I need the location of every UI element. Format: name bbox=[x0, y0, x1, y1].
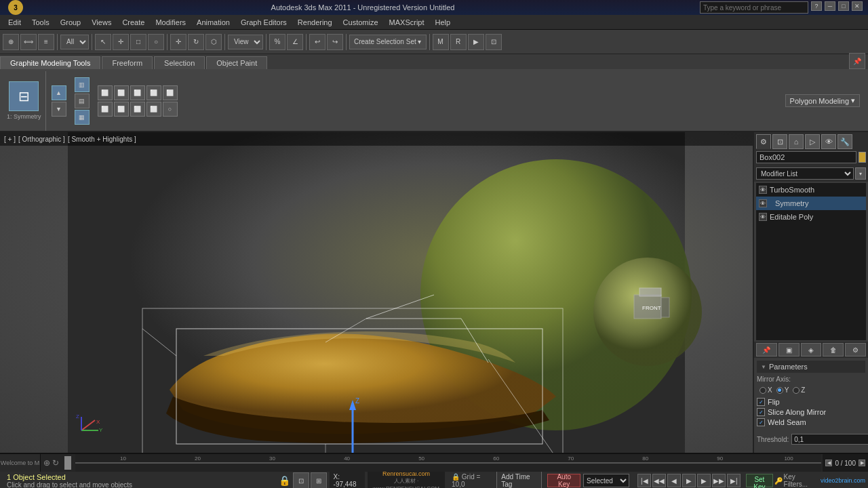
show-end-result-button[interactable]: ▣ bbox=[778, 343, 800, 357]
render-setup[interactable]: R bbox=[450, 34, 467, 50]
make-unique-button[interactable]: ◈ bbox=[801, 343, 822, 357]
symmetry-eye[interactable]: 👁 bbox=[759, 199, 767, 207]
render-frame[interactable]: ▶ bbox=[468, 34, 484, 50]
anim-play[interactable]: ▶ bbox=[682, 474, 696, 487]
modifier-list-select[interactable]: Modifier List bbox=[756, 167, 854, 180]
panel-tab-display[interactable]: 👁 bbox=[821, 134, 836, 149]
maximize-button[interactable]: □ bbox=[838, 1, 849, 11]
percent-snap[interactable]: % bbox=[269, 34, 285, 50]
render-last[interactable]: ⊡ bbox=[486, 34, 502, 50]
ribbon-tool-10[interactable]: ○ bbox=[163, 102, 178, 117]
axis-y-option[interactable]: Y bbox=[776, 386, 789, 394]
panel-tab-utilities[interactable]: 🔧 bbox=[837, 134, 852, 149]
modifier-symmetry[interactable]: 👁 Symmetry bbox=[756, 197, 866, 210]
menu-rendering[interactable]: Rendering bbox=[292, 17, 338, 28]
frame-next[interactable]: ▶ bbox=[859, 460, 865, 466]
ribbon-tab-object-paint[interactable]: Object Paint bbox=[206, 56, 267, 69]
anim-next-key[interactable]: ▶▶ bbox=[712, 474, 726, 487]
ribbon-tool-4[interactable]: ⬜ bbox=[146, 85, 161, 100]
turbosmooth-eye[interactable]: 👁 bbox=[759, 186, 767, 194]
viewport[interactable]: [ + ] [ Orthographic ] [ Smooth + Highli… bbox=[0, 132, 753, 453]
modifier-dropdown-arrow[interactable]: ▾ bbox=[855, 167, 866, 180]
ribbon-pin[interactable]: 📌 bbox=[849, 53, 865, 69]
set-key-button[interactable]: Set Key bbox=[746, 474, 772, 487]
filter-dropdown[interactable]: All bbox=[60, 35, 89, 49]
ribbon-tool-2[interactable]: ⬜ bbox=[114, 85, 129, 100]
status-icon-move[interactable]: ⊕ bbox=[43, 458, 50, 468]
material-editor[interactable]: M bbox=[433, 34, 449, 50]
menu-create[interactable]: Create bbox=[117, 17, 150, 28]
undo[interactable]: ↩ bbox=[309, 34, 326, 50]
axis-x-radio[interactable] bbox=[760, 387, 766, 394]
welcome-button[interactable]: Welcome to M bbox=[0, 454, 41, 472]
selected-dropdown[interactable]: Selected bbox=[583, 474, 629, 487]
panel-tab-modify[interactable]: ⊡ bbox=[772, 134, 787, 149]
anim-prev-key[interactable]: ◀◀ bbox=[652, 474, 666, 487]
pin-stack-button[interactable]: 📌 bbox=[756, 343, 777, 357]
ribbon-arrow-up[interactable]: ▲ bbox=[52, 85, 66, 100]
flip-checkbox[interactable] bbox=[757, 398, 765, 406]
object-name-input[interactable] bbox=[756, 151, 856, 163]
menu-group[interactable]: Group bbox=[55, 17, 87, 28]
lock-icon[interactable]: 🔒 bbox=[279, 475, 290, 486]
auto-key-button[interactable]: Auto Key bbox=[547, 474, 580, 487]
ribbon-tool-9[interactable]: ⬜ bbox=[146, 102, 161, 117]
menu-views[interactable]: Views bbox=[86, 17, 117, 28]
rotate-tool[interactable]: ↻ bbox=[188, 34, 204, 50]
menu-modifiers[interactable]: Modifiers bbox=[150, 17, 191, 28]
key-filters-button[interactable]: Key Filters... bbox=[784, 473, 815, 488]
editablepoly-eye[interactable]: 👁 bbox=[759, 213, 767, 221]
move-tool[interactable]: ✛ bbox=[170, 34, 186, 50]
panel-tab-motion[interactable]: ▷ bbox=[805, 134, 820, 149]
status-icon-rotate[interactable]: ↻ bbox=[52, 458, 59, 468]
ribbon-tab-graphite[interactable]: Graphite Modeling Tools bbox=[0, 56, 100, 69]
weld-seam-checkbox[interactable] bbox=[757, 418, 765, 426]
status-icon-1[interactable]: ⊡ bbox=[293, 472, 309, 488]
search-input[interactable] bbox=[700, 1, 808, 14]
select-lasso[interactable]: ○ bbox=[148, 34, 164, 50]
lock-icon-2[interactable]: 🔒 bbox=[452, 473, 460, 481]
ribbon-tool-6[interactable]: ⬜ bbox=[98, 102, 113, 117]
modifier-turbosmooth[interactable]: 👁 TurboSmooth bbox=[756, 183, 866, 197]
remove-modifier-button[interactable]: 🗑 bbox=[823, 343, 844, 357]
timeline[interactable]: 10 20 30 40 50 60 70 80 90 100 bbox=[75, 454, 821, 472]
axis-x-option[interactable]: X bbox=[760, 386, 772, 394]
angle-snap[interactable]: ∠ bbox=[287, 34, 303, 50]
slice-along-mirror-checkbox[interactable] bbox=[757, 408, 765, 416]
ribbon-tool-1[interactable]: ⬜ bbox=[98, 85, 113, 100]
frame-slider[interactable] bbox=[64, 456, 71, 470]
ribbon-tool-3[interactable]: ⬜ bbox=[130, 85, 145, 100]
create-selection-set[interactable]: Create Selection Set ▾ bbox=[349, 35, 427, 49]
minimize-button[interactable]: ─ bbox=[825, 1, 835, 11]
select-move[interactable]: ✛ bbox=[113, 34, 129, 50]
anim-goto-start[interactable]: |◀ bbox=[637, 474, 651, 487]
anim-prev-frame[interactable]: ◀ bbox=[667, 474, 681, 487]
ribbon-tab-freeform[interactable]: Freeform bbox=[102, 56, 153, 69]
menu-graph-editors[interactable]: Graph Editors bbox=[235, 17, 292, 28]
redo[interactable]: ↪ bbox=[327, 34, 343, 50]
anim-goto-end[interactable]: ▶| bbox=[727, 474, 741, 487]
menu-tools[interactable]: Tools bbox=[26, 17, 55, 28]
ribbon-tab-selection[interactable]: Selection bbox=[154, 56, 205, 69]
axis-y-radio[interactable] bbox=[776, 387, 783, 394]
status-icon-2[interactable]: ⊞ bbox=[311, 472, 327, 488]
mirror-tool[interactable]: ⟺ bbox=[20, 34, 37, 50]
frame-prev[interactable]: ◀ bbox=[825, 460, 832, 466]
ribbon-tool-8[interactable]: ⬜ bbox=[130, 102, 145, 117]
ribbon-tool-7[interactable]: ⬜ bbox=[114, 102, 129, 117]
help-button[interactable]: ? bbox=[811, 1, 822, 11]
menu-maxscript[interactable]: MAXScript bbox=[384, 17, 430, 28]
menu-help[interactable]: Help bbox=[430, 17, 456, 28]
ribbon-arrow-down[interactable]: ▼ bbox=[52, 102, 66, 117]
ribbon-mode-1[interactable]: ▥ bbox=[75, 77, 90, 92]
close-button[interactable]: ✕ bbox=[852, 1, 863, 11]
ribbon-mode-3[interactable]: ▦ bbox=[75, 110, 90, 125]
anim-next-frame[interactable]: ▶ bbox=[697, 474, 711, 487]
ribbon-mode-2[interactable]: ▤ bbox=[75, 94, 90, 108]
scale-tool[interactable]: ⬡ bbox=[205, 34, 222, 50]
configure-modsets-button[interactable]: ⚙ bbox=[845, 343, 866, 357]
panel-tab-create[interactable]: ⚙ bbox=[756, 134, 771, 149]
axis-z-option[interactable]: Z bbox=[793, 386, 805, 394]
polygon-modeling-button[interactable]: Polygon Modeling ▾ bbox=[785, 94, 860, 107]
select-object[interactable]: ↖ bbox=[95, 34, 111, 50]
